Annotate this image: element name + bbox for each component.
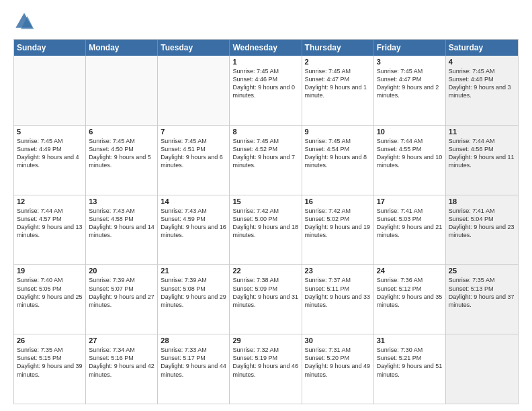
cal-cell: 6Sunrise: 7:45 AM Sunset: 4:50 PM Daylig… [86,126,158,195]
logo [13,11,38,32]
cell-info: Sunrise: 7:33 AM Sunset: 5:17 PM Dayligh… [161,346,226,379]
calendar-row-5: 26Sunrise: 7:35 AM Sunset: 5:15 PM Dayli… [14,334,518,404]
cal-cell: 1Sunrise: 7:45 AM Sunset: 4:46 PM Daylig… [230,56,302,125]
cal-cell: 29Sunrise: 7:32 AM Sunset: 5:19 PM Dayli… [230,334,302,404]
cell-info: Sunrise: 7:44 AM Sunset: 4:57 PM Dayligh… [17,207,83,240]
day-number: 19 [17,267,83,275]
cell-info: Sunrise: 7:32 AM Sunset: 5:19 PM Dayligh… [232,346,298,379]
cal-cell: 14Sunrise: 7:43 AM Sunset: 4:59 PM Dayli… [158,195,230,265]
cal-cell: 3Sunrise: 7:45 AM Sunset: 4:47 PM Daylig… [374,56,446,125]
cell-info: Sunrise: 7:39 AM Sunset: 5:07 PM Dayligh… [89,276,154,309]
cal-cell: 28Sunrise: 7:33 AM Sunset: 5:17 PM Dayli… [158,334,230,404]
day-number: 12 [17,197,83,205]
header-day-monday: Monday [86,40,158,56]
header-day-friday: Friday [374,40,446,56]
cell-info: Sunrise: 7:41 AM Sunset: 5:04 PM Dayligh… [449,207,515,240]
cal-cell: 30Sunrise: 7:31 AM Sunset: 5:20 PM Dayli… [302,334,374,404]
header-day-wednesday: Wednesday [230,40,302,56]
cal-cell: 8Sunrise: 7:45 AM Sunset: 4:52 PM Daylig… [230,126,302,195]
cell-info: Sunrise: 7:44 AM Sunset: 4:55 PM Dayligh… [377,137,443,170]
cell-info: Sunrise: 7:45 AM Sunset: 4:48 PM Dayligh… [449,67,515,100]
header [13,11,519,32]
cal-cell: 9Sunrise: 7:45 AM Sunset: 4:54 PM Daylig… [302,126,374,195]
cell-info: Sunrise: 7:44 AM Sunset: 4:56 PM Dayligh… [449,137,515,170]
cell-info: Sunrise: 7:45 AM Sunset: 4:47 PM Dayligh… [305,67,371,100]
cal-cell: 15Sunrise: 7:42 AM Sunset: 5:00 PM Dayli… [230,195,302,265]
day-number: 7 [161,128,226,136]
cell-info: Sunrise: 7:45 AM Sunset: 4:54 PM Dayligh… [305,137,371,170]
cell-info: Sunrise: 7:30 AM Sunset: 5:21 PM Dayligh… [377,346,443,379]
cal-cell: 31Sunrise: 7:30 AM Sunset: 5:21 PM Dayli… [374,334,446,404]
logo-icon [13,11,35,32]
calendar: SundayMondayTuesdayWednesdayThursdayFrid… [13,39,519,404]
header-day-thursday: Thursday [302,40,374,56]
calendar-row-4: 19Sunrise: 7:40 AM Sunset: 5:05 PM Dayli… [14,264,518,334]
cal-cell: 24Sunrise: 7:36 AM Sunset: 5:12 PM Dayli… [374,265,446,334]
cal-cell: 18Sunrise: 7:41 AM Sunset: 5:04 PM Dayli… [446,195,518,265]
day-number: 31 [377,336,443,345]
cell-info: Sunrise: 7:40 AM Sunset: 5:05 PM Dayligh… [17,276,83,309]
calendar-row-3: 12Sunrise: 7:44 AM Sunset: 4:57 PM Dayli… [14,195,518,265]
cal-cell [14,56,86,125]
day-number: 14 [161,197,226,205]
cell-info: Sunrise: 7:36 AM Sunset: 5:12 PM Dayligh… [377,276,443,309]
cal-cell: 4Sunrise: 7:45 AM Sunset: 4:48 PM Daylig… [446,56,518,125]
day-number: 27 [89,336,154,345]
day-number: 24 [377,267,443,275]
cell-info: Sunrise: 7:45 AM Sunset: 4:47 PM Dayligh… [377,67,443,100]
day-number: 9 [305,128,371,136]
calendar-header: SundayMondayTuesdayWednesdayThursdayFrid… [14,40,518,56]
page: SundayMondayTuesdayWednesdayThursdayFrid… [0,0,532,411]
cell-info: Sunrise: 7:38 AM Sunset: 5:09 PM Dayligh… [232,276,298,309]
day-number: 2 [305,58,371,66]
day-number: 1 [232,58,298,66]
day-number: 30 [305,336,371,345]
cell-info: Sunrise: 7:42 AM Sunset: 5:02 PM Dayligh… [305,207,371,240]
cal-cell: 5Sunrise: 7:45 AM Sunset: 4:49 PM Daylig… [14,126,86,195]
cell-info: Sunrise: 7:45 AM Sunset: 4:51 PM Dayligh… [161,137,226,170]
cal-cell: 27Sunrise: 7:34 AM Sunset: 5:16 PM Dayli… [86,334,158,404]
day-number: 11 [449,128,515,136]
cal-cell: 19Sunrise: 7:40 AM Sunset: 5:05 PM Dayli… [14,265,86,334]
cal-cell: 23Sunrise: 7:37 AM Sunset: 5:11 PM Dayli… [302,265,374,334]
cal-cell [158,56,230,125]
day-number: 4 [449,58,515,66]
cal-cell: 17Sunrise: 7:41 AM Sunset: 5:03 PM Dayli… [374,195,446,265]
cal-cell [446,334,518,404]
day-number: 20 [89,267,154,275]
cal-cell: 7Sunrise: 7:45 AM Sunset: 4:51 PM Daylig… [158,126,230,195]
day-number: 17 [377,197,443,205]
cal-cell: 26Sunrise: 7:35 AM Sunset: 5:15 PM Dayli… [14,334,86,404]
cal-cell [86,56,158,125]
cal-cell: 16Sunrise: 7:42 AM Sunset: 5:02 PM Dayli… [302,195,374,265]
header-day-sunday: Sunday [14,40,86,56]
day-number: 5 [17,128,83,136]
day-number: 16 [305,197,371,205]
cell-info: Sunrise: 7:35 AM Sunset: 5:13 PM Dayligh… [449,276,515,309]
cal-cell: 21Sunrise: 7:39 AM Sunset: 5:08 PM Dayli… [158,265,230,334]
cell-info: Sunrise: 7:41 AM Sunset: 5:03 PM Dayligh… [377,207,443,240]
calendar-row-2: 5Sunrise: 7:45 AM Sunset: 4:49 PM Daylig… [14,125,518,195]
cal-cell: 11Sunrise: 7:44 AM Sunset: 4:56 PM Dayli… [446,126,518,195]
cell-info: Sunrise: 7:39 AM Sunset: 5:08 PM Dayligh… [161,276,226,309]
day-number: 23 [305,267,371,275]
day-number: 21 [161,267,226,275]
day-number: 3 [377,58,443,66]
day-number: 29 [232,336,298,345]
cal-cell: 2Sunrise: 7:45 AM Sunset: 4:47 PM Daylig… [302,56,374,125]
cell-info: Sunrise: 7:43 AM Sunset: 4:59 PM Dayligh… [161,207,226,240]
calendar-row-1: 1Sunrise: 7:45 AM Sunset: 4:46 PM Daylig… [14,56,518,125]
cell-info: Sunrise: 7:45 AM Sunset: 4:50 PM Dayligh… [89,137,154,170]
cal-cell: 10Sunrise: 7:44 AM Sunset: 4:55 PM Dayli… [374,126,446,195]
cell-info: Sunrise: 7:37 AM Sunset: 5:11 PM Dayligh… [305,276,371,309]
day-number: 6 [89,128,154,136]
header-day-tuesday: Tuesday [158,40,230,56]
cell-info: Sunrise: 7:34 AM Sunset: 5:16 PM Dayligh… [89,346,154,379]
cal-cell: 12Sunrise: 7:44 AM Sunset: 4:57 PM Dayli… [14,195,86,265]
cell-info: Sunrise: 7:45 AM Sunset: 4:49 PM Dayligh… [17,137,83,170]
day-number: 15 [232,197,298,205]
cell-info: Sunrise: 7:45 AM Sunset: 4:52 PM Dayligh… [232,137,298,170]
cal-cell: 13Sunrise: 7:43 AM Sunset: 4:58 PM Dayli… [86,195,158,265]
cal-cell: 22Sunrise: 7:38 AM Sunset: 5:09 PM Dayli… [230,265,302,334]
day-number: 10 [377,128,443,136]
